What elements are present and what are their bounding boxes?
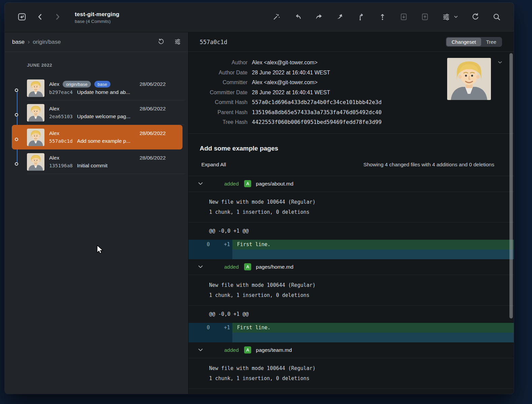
file-header[interactable]: added A pages/team.md [189,342,514,358]
commit-row[interactable]: Alex 28/06/2022 2ea65103 Update welcome … [12,100,182,125]
metadata-collapse-button[interactable] [496,59,504,67]
back-button[interactable] [35,12,45,23]
commit-hash: 2ea65103 [49,114,73,119]
history-button[interactable] [157,37,166,47]
meta-value: 28 June 2022 at 16:40:41 WEST [252,89,330,96]
commit-hash: 557a0c1d [49,138,73,144]
meta-row: Parent Hash 135196a8db65e57433a3a7353fa4… [189,107,514,117]
repo-switcher-icon [17,12,27,23]
branch-icon [357,12,366,22]
new-line-number: +1 [212,323,232,333]
changed-files-summary: Showing 4 changed files with 4 additions… [363,162,494,168]
branch-badge-remote[interactable]: origin/base [63,81,91,88]
commit-date: 28/06/2022 [139,155,166,161]
tab-tree[interactable]: Tree [481,38,501,46]
meta-label: Parent Hash [189,109,247,116]
refresh-button[interactable] [470,12,480,23]
breadcrumb-root[interactable]: base [12,39,25,45]
chevron-right-icon [53,12,62,22]
file-info: New file with mode 100644 (Regular) 1 ch… [189,275,514,306]
window-title: test-git-merging [75,11,120,18]
undo-button[interactable] [293,12,303,23]
commit-graph-node [15,138,18,141]
diff-line-added[interactable]: 0 +1 First line. [189,240,514,249]
commit-arrow-icon [378,12,387,22]
file-mode-line: New file with mode 100644 (Regular) [209,197,514,207]
commit-author: Alex [49,106,59,112]
commit-hash: 135196a8 [49,163,73,168]
diff-line-added[interactable]: 0 +1 First line. [189,323,514,333]
branch-badge-local[interactable]: base [94,81,110,88]
undo-arrow-icon [293,12,302,22]
repo-switcher-button[interactable] [16,11,28,24]
file-status-badge: A [244,263,251,270]
diff-block: 0 +1 First line. [189,323,514,342]
commit-message: Update welcome pag... [77,113,131,120]
expand-all-button[interactable]: Expand All [200,162,226,168]
avatar [27,153,44,171]
file-header[interactable]: added A pages/about.md [189,176,514,192]
mouse-cursor [96,244,105,256]
commit-row[interactable]: Alex 28/06/2022 135196a8 Initial commit [12,149,182,174]
push-button[interactable] [420,12,430,23]
commit-date: 28/06/2022 [139,81,166,87]
diff-line-content: First line. [232,240,514,249]
view-switcher: Changeset Tree [446,37,502,47]
meta-value: Alex <alex@git-tower.com> [252,79,318,86]
collapse-chevron-icon[interactable] [198,347,203,353]
breadcrumb-separator: › [28,38,30,46]
meta-label: Committer Date [189,89,247,96]
file-path: pages/home.md [256,264,293,270]
commit-author: Alex [49,81,59,87]
magic-wand-button[interactable] [271,12,281,23]
commit-message-block: Add some example pages Expand All Showin… [189,134,514,176]
pull-button[interactable] [399,12,409,23]
breadcrumb: base › origin/base [5,32,188,52]
breadcrumb-branch[interactable]: origin/base [33,39,61,45]
commit-message: Add some example p... [77,138,131,144]
collapse-chevron-icon[interactable] [198,181,203,187]
magic-wand-icon [272,12,281,22]
pull-icon [399,12,408,22]
forward-button[interactable] [53,12,63,23]
filter-sliders-icon [174,38,181,46]
meta-value-tree-hash: 4422553f060b006f0951bed59469fedd78fe3d99 [252,119,381,126]
commit-graph-node [15,162,18,166]
merge-button[interactable] [335,12,345,23]
commit-message: Update home and ab... [77,89,130,95]
commit-row[interactable]: Alex origin/base base 28/06/2022 b297eac… [12,76,182,100]
commit-text: Alex origin/base base 28/06/2022 b297eac… [49,81,166,95]
commit-button[interactable] [377,12,388,23]
commit-message-title: Add some example pages [200,145,494,152]
vertical-scrollbar[interactable] [509,53,513,318]
workflow-sliders-button[interactable] [441,12,451,23]
rebase-button[interactable] [356,12,366,23]
commit-hash: b297eac4 [49,90,73,95]
commit-list: JUNE 2022 Alex origin/base base 28/06/20… [5,52,188,394]
commit-details-panel: 557a0c1d Changeset Tree Author Alex <ale… [189,32,514,394]
cherry-pick-button[interactable] [314,12,324,23]
commit-graph-node [15,113,18,116]
tab-changeset[interactable]: Changeset [446,38,481,46]
commit-row-selected[interactable]: Alex 28/06/2022 557a0c1d Add some exampl… [12,125,182,149]
sliders-icon [442,12,451,22]
file-mode-line: New file with mode 100644 (Regular) [209,363,514,373]
new-line-number: +1 [212,240,232,249]
meta-value-parent-hash: 135196a8db65e57433a3a7353fa476d05492dc40 [252,109,381,116]
details-header: 557a0c1d Changeset Tree [189,32,514,52]
workflow-dropdown-button[interactable] [453,13,459,21]
file-status-badge: A [244,346,251,354]
file-section: added A pages/team.md New file with mode… [189,342,514,394]
month-label: JUNE 2022 [27,63,188,68]
commit-graph-node [15,89,18,92]
author-avatar [447,58,491,100]
commit-text: Alex 28/06/2022 2ea65103 Update welcome … [49,106,166,120]
file-header[interactable]: added A pages/home.md [189,259,514,275]
filter-button[interactable] [173,37,182,47]
file-status-badge: A [244,180,251,187]
file-status: added [224,181,239,187]
search-button[interactable] [492,12,502,23]
file-path: pages/team.md [256,347,292,353]
app-window: test-git-merging base (4 Commits) [5,3,514,394]
collapse-chevron-icon[interactable] [198,264,203,270]
